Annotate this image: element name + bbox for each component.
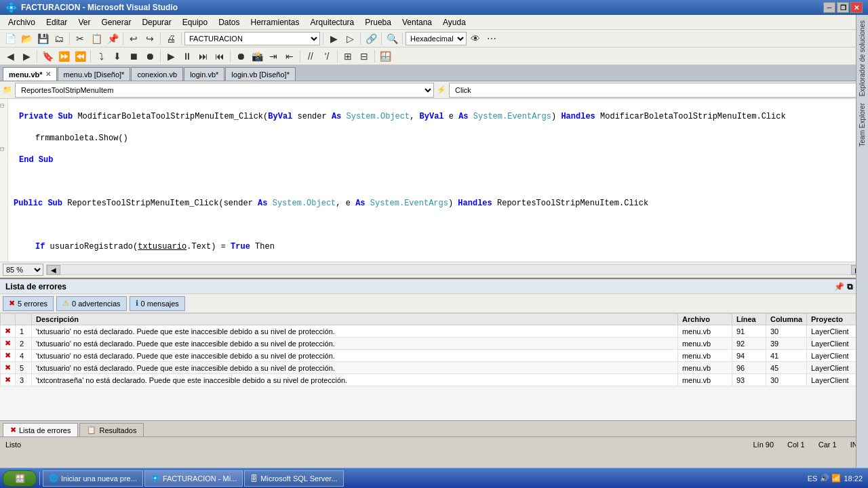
prevbookmark-button[interactable]: ⏪: [73, 49, 87, 63]
table-row[interactable]: ✖ 5 'txtusuario' no está declarado. Pued…: [1, 362, 868, 374]
menu-ver[interactable]: Ver: [73, 16, 96, 28]
more-button[interactable]: ⋯: [484, 32, 499, 45]
new-button[interactable]: 📄: [3, 32, 18, 45]
tab-conexion[interactable]: conexion.vb: [131, 67, 183, 81]
menu-datos[interactable]: Datos: [213, 16, 245, 28]
results-icon: 📋: [87, 426, 96, 434]
undo-button[interactable]: ↩: [126, 32, 141, 45]
tab-login-design[interactable]: login.vb [Diseño]*: [225, 67, 296, 81]
save-all-button[interactable]: 🗂: [52, 32, 66, 45]
message-icon: ℹ: [136, 299, 138, 308]
comment-button[interactable]: //: [303, 49, 318, 63]
table-row[interactable]: ✖ 3 'txtcontraseña' no está declarado. P…: [1, 374, 868, 386]
row-num: 5: [16, 362, 32, 374]
outdent-button[interactable]: ⇤: [282, 49, 297, 63]
fwd-nav-button[interactable]: ▶: [19, 49, 34, 63]
team-explorer-tab[interactable]: Team Explorer: [857, 100, 867, 149]
menu-herramientas[interactable]: Herramientas: [245, 16, 305, 28]
indent-button[interactable]: ⇥: [266, 49, 281, 63]
taskbar-item-ie[interactable]: 🌐 Iniciar una nueva pre...: [43, 470, 143, 487]
copy-button[interactable]: 📋: [89, 32, 104, 45]
taskbar-item-vs[interactable]: 💠 FACTURACION - Mi...: [144, 470, 243, 487]
menu-depurar[interactable]: Depurar: [136, 16, 176, 28]
menu-editar[interactable]: Editar: [41, 16, 73, 28]
tab-results[interactable]: 📋 Resultados: [79, 423, 144, 436]
app-icon: 💠: [5, 2, 17, 13]
taskbar-right: ES 🔊 📶 18:22: [808, 474, 865, 483]
col-header-line[interactable]: Línea: [732, 314, 766, 325]
pause-button[interactable]: ⏸: [180, 49, 195, 63]
collapse-button[interactable]: ⊟: [357, 49, 372, 63]
line-info: Lín 90: [753, 441, 774, 449]
stepf-button[interactable]: ⏭: [196, 49, 211, 63]
watch-button[interactable]: 👁: [468, 32, 483, 45]
tab-error-list[interactable]: ✖ Lista de errores: [3, 423, 78, 436]
table-row[interactable]: ✖ 1 'txtusuario' no está declarado. Pued…: [1, 325, 868, 338]
col-header-desc[interactable]: Descripción: [32, 314, 678, 325]
expand-button[interactable]: ⊞: [340, 49, 355, 63]
attach-button[interactable]: 🔗: [363, 32, 378, 45]
find-button[interactable]: 🔍: [384, 32, 399, 45]
save-button[interactable]: 💾: [35, 32, 50, 45]
bookmark-button[interactable]: 🔖: [40, 49, 55, 63]
stop-debug-button[interactable]: ⏹: [126, 49, 141, 63]
menu-prueba[interactable]: Prueba: [359, 16, 397, 28]
solution-explorer-tab[interactable]: Explorador de soluciones: [857, 18, 867, 99]
table-row[interactable]: ✖ 2 'txtusuario' no está declarado. Pued…: [1, 338, 868, 350]
solution-dropdown[interactable]: FACTURACION: [184, 32, 320, 45]
menu-equipo[interactable]: Equipo: [177, 16, 213, 28]
table-row[interactable]: ✖ 4 'txtusuario' no está declarado. Pued…: [1, 350, 868, 362]
zoom-dropdown[interactable]: 85 % 100 % 75 %: [3, 264, 43, 276]
tab-login[interactable]: login.vb*: [184, 67, 224, 81]
menu-arquitectura[interactable]: Arquitectura: [305, 16, 360, 28]
tab-close[interactable]: ✕: [45, 70, 51, 78]
taskbar-item-sql[interactable]: 🗄 Microsoft SQL Server...: [244, 470, 343, 487]
row-error-icon: ✖: [1, 350, 16, 362]
step-into-button[interactable]: ⬇: [110, 49, 125, 63]
build-button[interactable]: ▶: [326, 32, 341, 45]
debug-start-button[interactable]: ▷: [342, 32, 357, 45]
panel-pin-button[interactable]: 📌: [834, 282, 844, 291]
menu-archivo[interactable]: Archivo: [3, 16, 41, 28]
filter-errors-button[interactable]: ✖ 5 errores: [3, 296, 54, 311]
col-header-file[interactable]: Archivo: [677, 314, 732, 325]
panel-float-button[interactable]: ⧉: [847, 282, 853, 291]
uncomment-button[interactable]: '/: [319, 49, 334, 63]
titlebar-controls: ─ ❐ ✕: [823, 2, 863, 13]
class-selector[interactable]: ReportesToolStripMenuItem: [15, 83, 434, 98]
restore-button[interactable]: ❐: [837, 2, 849, 13]
print-button[interactable]: 🖨: [163, 32, 178, 45]
close-button[interactable]: ✕: [850, 2, 863, 13]
menu-ventana[interactable]: Ventana: [397, 16, 437, 28]
row-num: 3: [16, 374, 32, 386]
breakpoint-button[interactable]: ⏺: [142, 49, 157, 63]
record-button[interactable]: ⏺: [233, 49, 248, 63]
redo-button[interactable]: ↪: [142, 32, 157, 45]
back-nav-button[interactable]: ◀: [3, 49, 18, 63]
start-button[interactable]: 🪟: [3, 470, 37, 487]
step-over-button[interactable]: ⤵: [94, 49, 108, 63]
minimize-button[interactable]: ─: [823, 2, 835, 13]
method-selector[interactable]: Click: [449, 83, 868, 98]
stepb-button[interactable]: ⏮: [212, 49, 227, 63]
filter-warnings-button[interactable]: ⚠ 0 advertencias: [56, 296, 127, 311]
nextbookmark-button[interactable]: ⏩: [56, 49, 71, 63]
statusbar-left: Listo: [5, 441, 21, 449]
paste-button[interactable]: 📌: [105, 32, 120, 45]
col-header-col[interactable]: Columna: [766, 314, 806, 325]
error-count-label: 5 errores: [18, 300, 47, 308]
tab-menu-vb[interactable]: menu.vb* ✕: [3, 67, 57, 81]
menu-ayuda[interactable]: Ayuda: [437, 16, 471, 28]
code-content[interactable]: Private Sub ModificarBoletaToolStripMenu…: [8, 99, 856, 262]
menu-generar[interactable]: Generar: [96, 16, 136, 28]
cut-button[interactable]: ✂: [73, 32, 87, 45]
numformat-dropdown[interactable]: Hexadecimal: [406, 32, 467, 45]
play-button[interactable]: ▶: [163, 49, 178, 63]
snap-button[interactable]: 📸: [250, 49, 264, 63]
filter-messages-button[interactable]: ℹ 0 mensajes: [130, 296, 185, 311]
open-button[interactable]: 📂: [19, 32, 34, 45]
winforms-button[interactable]: 🪟: [378, 49, 393, 63]
row-error-icon: ✖: [1, 374, 16, 386]
tab-menu-design[interactable]: menu.vb [Diseño]*: [58, 67, 131, 81]
scroll-left[interactable]: ◀: [47, 265, 60, 274]
